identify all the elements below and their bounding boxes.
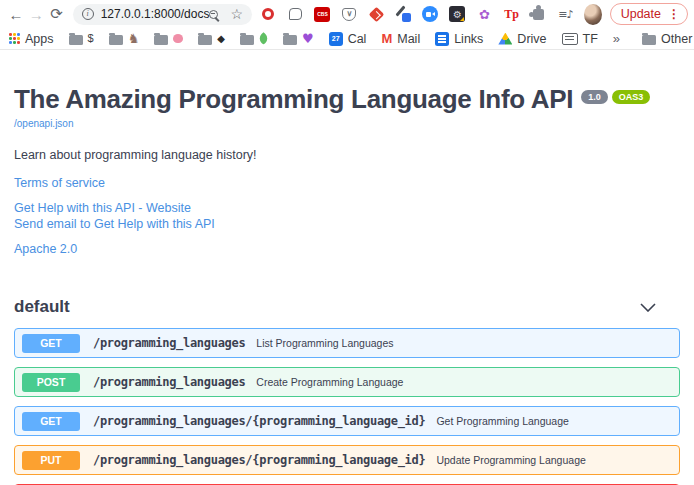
folder-icon <box>109 35 123 45</box>
keyboard-icon <box>562 33 578 45</box>
tp-extension-icon[interactable]: Tp <box>503 6 520 23</box>
endpoint-summary: Get Programming Language <box>436 415 569 427</box>
gmail-icon: M <box>381 31 392 46</box>
forward-icon[interactable]: → <box>26 6 46 23</box>
bookmark-links-label: Links <box>454 32 483 46</box>
operations-list: GET /programming_languages List Programm… <box>14 328 680 485</box>
endpoint-summary: List Programming Languages <box>256 337 393 349</box>
bookmark-links[interactable]: Links <box>435 32 483 46</box>
section-title: default <box>14 297 70 317</box>
extension-strip: CBS ∨ ⚙ ✿ Tp ≡♪ <box>260 6 574 23</box>
bookmark-folder-money[interactable]: $ <box>69 33 94 45</box>
bookmark-folder-horse[interactable]: ♞ <box>109 31 140 46</box>
purple-heart-icon: ♥ <box>302 31 314 46</box>
endpoint-path: /programming_languages/{programming_lang… <box>93 414 425 428</box>
page-title: The Amazing Programming Language Info AP… <box>14 86 573 113</box>
update-label: Update <box>621 7 661 21</box>
bookmark-apps[interactable]: Apps <box>9 32 54 46</box>
openapi-spec-link[interactable]: /openapi.json <box>14 118 74 129</box>
bookmark-drive-label: Drive <box>517 32 546 46</box>
bookmark-mail-label: Mail <box>397 32 420 46</box>
method-badge-get: GET <box>22 412 80 431</box>
bookmark-other-bookmarks[interactable]: Other Bookmarks <box>642 32 694 46</box>
terms-of-service-link[interactable]: Terms of service <box>14 175 680 191</box>
bookmark-mail[interactable]: M Mail <box>381 31 420 46</box>
other-bookmarks-label: Other Bookmarks <box>661 32 694 46</box>
update-button[interactable]: Update ⋮ <box>610 3 688 25</box>
endpoint-path: /programming_languages <box>93 375 245 389</box>
pen-extension-icon[interactable] <box>395 6 412 23</box>
bookmark-tf-label: TF <box>583 32 598 46</box>
swagger-page: The Amazing Programming Language Info AP… <box>0 86 694 485</box>
get-help-website-link[interactable]: Get Help with this API - Website <box>14 200 680 216</box>
bookmark-folder-grad[interactable]: ◆ <box>198 33 225 45</box>
section-default-header[interactable]: default <box>14 297 680 317</box>
chevron-down-icon[interactable] <box>640 303 656 312</box>
folder-icon <box>154 35 168 45</box>
address-bar[interactable]: i 127.0.0.1:8000/docs ☆ <box>73 4 252 25</box>
send-email-link[interactable]: Send email to Get Help with this API <box>14 216 680 232</box>
version-badges: 1.0 OAS3 <box>581 90 650 104</box>
drive-icon <box>498 33 512 45</box>
purple-flower-extension-icon[interactable]: ✿ <box>476 6 493 23</box>
bookmark-star-icon[interactable]: ☆ <box>230 7 243 21</box>
folder-icon <box>240 35 254 45</box>
folder-icon <box>198 35 212 45</box>
method-badge-post: POST <box>22 373 80 392</box>
brain-icon <box>173 34 183 43</box>
url-text[interactable]: 127.0.0.1:8000/docs <box>101 7 210 21</box>
endpoint-get-list[interactable]: GET /programming_languages List Programm… <box>14 328 680 358</box>
site-info-icon[interactable]: i <box>82 8 94 20</box>
bookmarks-bar: Apps $ ♞ ◆ ♥ 27 Cal M Mail Links Drive <box>0 28 694 50</box>
video-camera-extension-icon[interactable] <box>422 6 439 23</box>
endpoint-path: /programming_languages <box>93 336 245 350</box>
folder-icon <box>642 35 656 45</box>
method-badge-get: GET <box>22 334 80 353</box>
endpoint-put-update[interactable]: PUT /programming_languages/{programming_… <box>14 445 680 475</box>
red-ring-extension-icon[interactable] <box>260 6 277 23</box>
license-link[interactable]: Apache 2.0 <box>14 241 680 257</box>
graduation-cap-icon: ◆ <box>217 33 225 44</box>
oas3-badge: OAS3 <box>612 90 651 104</box>
reload-icon[interactable]: ⟳ <box>46 5 66 23</box>
browser-toolbar: ← → ⟳ i 127.0.0.1:8000/docs ☆ CBS ∨ ⚙ ✿ … <box>0 0 694 28</box>
bookmark-folder-heart[interactable]: ♥ <box>283 31 314 46</box>
api-title-row: The Amazing Programming Language Info AP… <box>14 86 680 113</box>
bookmark-folder-leaf[interactable] <box>240 33 268 45</box>
version-badge: 1.0 <box>581 90 608 104</box>
endpoint-summary: Update Programming Language <box>436 454 585 466</box>
leaf-icon <box>257 32 270 45</box>
bookmarks-overflow-icon[interactable]: » <box>613 31 620 46</box>
endpoint-get-one[interactable]: GET /programming_languages/{programming_… <box>14 406 680 436</box>
bookmark-cal-label: Cal <box>348 32 367 46</box>
horse-icon: ♞ <box>128 31 140 46</box>
method-badge-put: PUT <box>22 451 80 470</box>
apps-grid-icon <box>9 33 20 44</box>
red-diamond-extension-icon[interactable] <box>368 6 385 23</box>
dollar-icon: $ <box>88 33 94 44</box>
dark-gear-extension-icon[interactable]: ⚙ <box>449 6 466 23</box>
zoom-out-icon[interactable] <box>209 10 218 19</box>
endpoint-post-create[interactable]: POST /programming_languages Create Progr… <box>14 367 680 397</box>
cbs-extension-icon[interactable]: CBS <box>314 6 331 23</box>
endpoint-summary: Create Programming Language <box>256 376 403 388</box>
bookmark-apps-label: Apps <box>25 32 54 46</box>
puzzle-extension-icon[interactable] <box>530 6 547 23</box>
bookmark-calendar[interactable]: 27 Cal <box>329 32 367 46</box>
calendar-icon: 27 <box>329 32 343 46</box>
back-icon[interactable]: ← <box>6 6 26 23</box>
bookmark-drive[interactable]: Drive <box>498 32 546 46</box>
folder-icon <box>69 35 83 45</box>
browser-menu-dots-icon[interactable]: ⋮ <box>668 7 680 21</box>
profile-avatar[interactable] <box>584 4 602 25</box>
speech-bubble-extension-icon[interactable] <box>287 6 304 23</box>
api-description: Learn about programming language history… <box>14 148 680 162</box>
pocket-extension-icon[interactable]: ∨ <box>341 6 358 23</box>
folder-icon <box>283 35 297 45</box>
endpoint-path: /programming_languages/{programming_lang… <box>93 453 425 467</box>
bookmark-tf[interactable]: TF <box>562 32 598 46</box>
list-icon <box>435 32 449 46</box>
music-list-extension-icon[interactable]: ≡♪ <box>557 6 574 23</box>
bookmark-folder-brain[interactable] <box>154 33 183 45</box>
api-links: Terms of service Get Help with this API … <box>14 175 680 257</box>
